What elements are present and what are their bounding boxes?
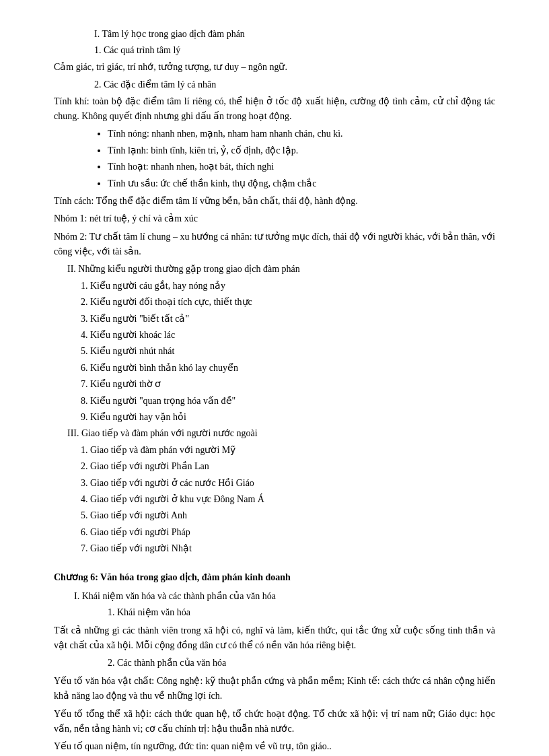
kieu-list: 1. Kiểu người cáu gắt, hay nóng nảy 2. K…: [54, 279, 495, 425]
tinh-cach-text: Tính cách: Tổng thể đặc điểm tâm lí vững…: [54, 194, 495, 209]
list-item: 6. Giao tiếp với người Pháp: [81, 525, 495, 540]
chapter6-title: Chương 6: Văn hóa trong giao dịch, đàm p…: [54, 570, 495, 585]
list-item: 7. Kiểu người thờ ơ: [81, 377, 495, 392]
list-item: Tính hoạt: nhanh nhen, hoạt bát, thích n…: [108, 160, 495, 174]
sub1-heading: 1. Các quá trình tâm lý: [94, 43, 495, 58]
list-item: 5. Giao tiếp với người Anh: [81, 508, 495, 523]
content: I. Tâm lý học trong giao dịch đàm phán 1…: [54, 27, 495, 756]
list-item: 3. Giao tiếp với người ở các nước Hồi Gi…: [81, 476, 495, 491]
list-item: 1. Giao tiếp và đàm phán với người Mỹ: [81, 443, 495, 458]
page: I. Tâm lý học trong giao dịch đàm phán 1…: [0, 0, 549, 756]
nhom1-text: Nhóm 1: nét trí tuệ, ý chí và cảm xúc: [54, 211, 495, 226]
list-item: Tính nóng: nhanh nhen, mạnh, nham ham nh…: [108, 127, 495, 141]
sub2-heading: 2. Các đặc điểm tâm lý cá nhân: [94, 77, 495, 92]
section-II-heading: II. Những kiểu người thường gặp trong gi…: [67, 262, 495, 277]
list-item: 1. Kiểu người cáu gắt, hay nóng nảy: [81, 279, 495, 294]
ch6-yeuto3: Yếu tố quan niệm, tín ngưỡng, đức tin: q…: [54, 739, 495, 754]
list-item: 4. Kiểu người khoác lác: [81, 328, 495, 343]
list-item: 5. Kiểu người nhút nhát: [81, 344, 495, 359]
list-item: 7. Giao tiếp với người Nhật: [81, 541, 495, 556]
list-item: 6. Kiểu người bình thản khó lay chuyển: [81, 361, 495, 376]
list-item: 3. Kiểu người "biết tất cả": [81, 312, 495, 327]
list-item: 4. Giao tiếp với người ở khu vực Đông Na…: [81, 492, 495, 507]
list-item: 8. Kiểu người "quan trọng hóa vấn đề": [81, 394, 495, 409]
list-item: Tính ưu sầu: ức chế thần kinh, thụ động,…: [108, 176, 495, 191]
nhom2-text: Nhóm 2: Tư chất tâm lí chung – xu hướng …: [54, 230, 495, 260]
ch6-I-heading: I. Khái niệm văn hóa và các thành phần c…: [74, 589, 495, 604]
ch6-yeuto1: Yếu tố văn hóa vật chất: Công nghệ: kỹ t…: [54, 674, 495, 704]
list-item: 2. Giao tiếp với người Phần Lan: [81, 459, 495, 474]
section-I-heading: I. Tâm lý học trong giao dịch đàm phán: [94, 27, 495, 42]
ch6-sub1-text: Tất cả những gì các thành viên trong xã …: [54, 623, 495, 654]
giao-tiep-list: 1. Giao tiếp và đàm phán với người Mỹ 2.…: [54, 443, 495, 557]
tinh-khi-text: Tính khí: toàn bộ đặc điểm tâm lí riêng …: [54, 94, 495, 125]
list-item: Tính lạnh: bình tĩnh, kiên trì, ỷ, cố đị…: [108, 143, 495, 158]
section-III-heading: III. Giao tiếp và đàm phán với người nướ…: [67, 426, 495, 441]
sub1-text: Cảm giác, tri giác, trí nhớ, tưởng tượng…: [54, 60, 495, 75]
ch6-sub2-heading: 2. Các thành phần của văn hóa: [108, 656, 495, 671]
list-item: 9. Kiểu người hay vặn hỏi: [81, 410, 495, 425]
ch6-sub1-heading: 1. Khái niệm văn hóa: [108, 605, 495, 620]
ch6-yeuto2: Yếu tố tổng thể xã hội: cách thức quan h…: [54, 707, 495, 737]
list-item: 2. Kiểu người đối thoại tích cực, thiết …: [81, 295, 495, 310]
bullet-list: Tính nóng: nhanh nhen, mạnh, nham ham nh…: [108, 127, 495, 191]
